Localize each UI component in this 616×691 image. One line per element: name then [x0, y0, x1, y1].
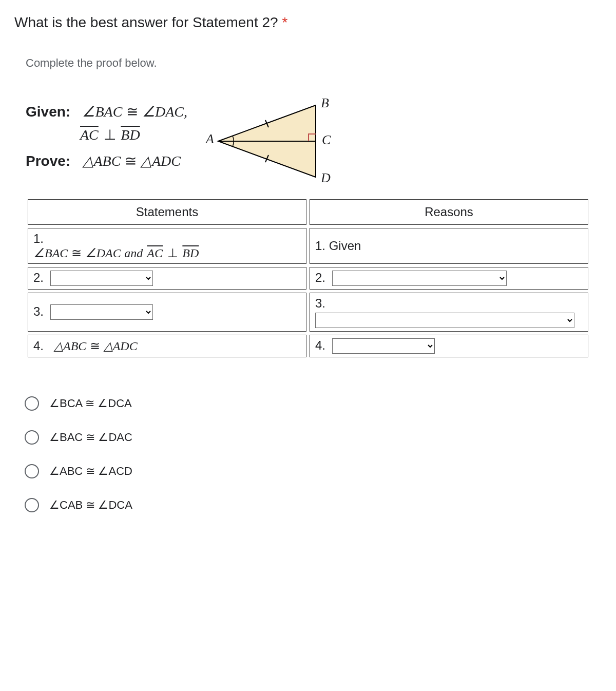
- prove-label: Prove:: [26, 153, 70, 169]
- radio-icon: [25, 464, 39, 478]
- statement-4-cell: 4. △ABC ≅ △ADC: [28, 335, 306, 357]
- option-4[interactable]: ∠CAB ≅ ∠DCA: [25, 498, 602, 512]
- statement-1-cell: 1. ∠BAC ≅ ∠DAC and AC ⊥ BD: [28, 228, 306, 264]
- reason-2-select[interactable]: [332, 271, 507, 286]
- s4-tri-adc: △ADC: [104, 339, 138, 353]
- option-3[interactable]: ∠ABC ≅ ∠ACD: [25, 464, 602, 478]
- reason-3-num: 3.: [315, 296, 325, 310]
- reason-3-cell: 3.: [310, 293, 588, 332]
- reason-4-select[interactable]: [332, 338, 435, 354]
- given-angle-bac: ∠BAC: [82, 104, 122, 120]
- congruent-symbol-2: ≅: [125, 153, 141, 169]
- required-asterisk: *: [282, 14, 287, 30]
- s1-cong: ≅: [71, 246, 85, 260]
- answer-options: ∠BCA ≅ ∠DCA ∠BAC ≅ ∠DAC ∠ABC ≅ ∠ACD ∠CAB…: [25, 396, 602, 512]
- s4-tri-abc: △ABC: [54, 339, 86, 353]
- option-2-label: ∠BAC ≅ ∠DAC: [49, 431, 132, 444]
- diagram-label-c: C: [322, 132, 331, 148]
- reasons-header: Reasons: [310, 199, 588, 225]
- statement-2-cell: 2.: [28, 267, 306, 290]
- s4-cong: ≅: [90, 339, 104, 353]
- prove-triangle-adc: △ADC: [141, 153, 181, 169]
- perpendicular-symbol: ⊥: [104, 127, 120, 143]
- option-2[interactable]: ∠BAC ≅ ∠DAC: [25, 430, 602, 445]
- option-4-label: ∠CAB ≅ ∠DCA: [49, 498, 132, 512]
- statement-2-num: 2.: [33, 271, 44, 284]
- proof-table-wrap: Statements Reasons 1. ∠BAC ≅ ∠DAC and AC…: [25, 196, 591, 360]
- s1-seg-ac: AC: [146, 246, 164, 260]
- reason-3-select[interactable]: [315, 313, 574, 328]
- reason-4-cell: 4.: [310, 335, 588, 357]
- proof-table: Statements Reasons 1. ∠BAC ≅ ∠DAC and AC…: [25, 196, 591, 360]
- reason-2-cell: 2.: [310, 267, 588, 290]
- statement-3-cell: 3.: [28, 293, 306, 332]
- radio-icon: [25, 396, 39, 411]
- radio-icon: [25, 430, 39, 445]
- reason-1-text: 1. Given: [315, 239, 361, 253]
- given-label: Given:: [26, 104, 70, 120]
- given-angle-dac: ∠DAC,: [142, 104, 187, 120]
- congruent-symbol: ≅: [126, 104, 142, 120]
- statement-1-num: 1.: [33, 232, 301, 246]
- question-title-text: What is the best answer for Statement 2?: [14, 14, 282, 30]
- statements-header: Statements: [28, 199, 306, 225]
- statement-2-select[interactable]: [50, 271, 153, 286]
- question-title: What is the best answer for Statement 2?…: [14, 14, 602, 31]
- question-subtitle: Complete the proof below.: [26, 56, 602, 70]
- radio-icon: [25, 498, 39, 512]
- s1-and: and: [124, 246, 146, 260]
- segment-bd: BD: [120, 127, 141, 143]
- statement-3-select[interactable]: [50, 304, 153, 320]
- triangle-diagram: A B C D: [208, 98, 341, 185]
- option-1-label: ∠BCA ≅ ∠DCA: [49, 397, 132, 410]
- segment-ac: AC: [79, 127, 100, 143]
- s1-perp: ⊥: [167, 246, 182, 260]
- statement-3-num: 3.: [33, 304, 44, 318]
- s1-angle-dac: ∠DAC: [85, 246, 121, 260]
- option-1[interactable]: ∠BCA ≅ ∠DCA: [25, 396, 602, 411]
- prove-triangle-abc: △ABC: [83, 153, 121, 169]
- given-prove-text: Given: ∠BAC ≅ ∠DAC, AC ⊥ BD Prove: △ABC …: [26, 101, 187, 172]
- option-3-label: ∠ABC ≅ ∠ACD: [49, 465, 132, 478]
- reason-4-num: 4.: [315, 338, 325, 352]
- s1-angle-bac: ∠BAC: [33, 246, 68, 260]
- problem-block: Given: ∠BAC ≅ ∠DAC, AC ⊥ BD Prove: △ABC …: [26, 101, 602, 185]
- s1-seg-bd: BD: [181, 246, 200, 260]
- statement-4-num: 4.: [33, 339, 44, 353]
- reason-1-cell: 1. Given: [310, 228, 588, 264]
- diagram-label-b: B: [321, 95, 329, 111]
- diagram-label-a: A: [206, 131, 214, 147]
- diagram-label-d: D: [321, 170, 331, 186]
- reason-2-num: 2.: [315, 271, 325, 284]
